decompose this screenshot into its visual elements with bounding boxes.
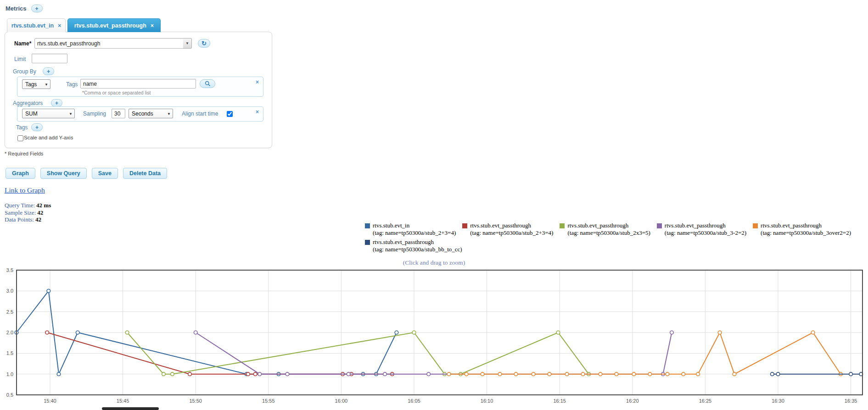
- save-button[interactable]: Save: [92, 168, 118, 179]
- x-axis-tick-label: 16:25: [699, 398, 712, 404]
- query-time-label: Query Time:: [5, 202, 35, 209]
- data-point-marker: [849, 372, 853, 376]
- refresh-icon: ↻: [202, 40, 207, 47]
- legend-swatch: [365, 223, 370, 228]
- y-axis-tick-label: 0.5: [6, 392, 13, 398]
- data-point-marker: [412, 331, 416, 334]
- aggregator-function-select[interactable]: SUM ▼: [22, 109, 75, 118]
- data-point-marker: [246, 372, 250, 376]
- tab-evt-passthrough[interactable]: rtvs.stub.evt_passthrough ×: [67, 18, 161, 32]
- required-fields-note: * Required Fields: [5, 151, 43, 156]
- y-axis-tick-label: 2.0: [6, 330, 13, 335]
- data-point-marker: [395, 331, 398, 334]
- metric-form-panel: Name* ▼ ↻ Limit Group By + Tags ▼ Tags: [5, 32, 272, 148]
- query-stats: Query Time:42 ms Sample Size:42 Data Poi…: [5, 202, 51, 223]
- data-point-marker: [383, 372, 387, 376]
- limit-input[interactable]: [32, 54, 67, 63]
- link-to-graph[interactable]: Link to Graph: [5, 186, 45, 194]
- group-by-tags-input[interactable]: [80, 79, 196, 89]
- plus-icon: +: [55, 100, 58, 106]
- x-axis-tick-label: 15:40: [44, 398, 56, 404]
- data-point-marker: [548, 372, 551, 376]
- graph-button[interactable]: Graph: [6, 168, 35, 179]
- x-axis-tick-label: 15:50: [189, 398, 202, 404]
- plus-icon: +: [35, 6, 39, 12]
- remove-group-by-button[interactable]: ×: [256, 79, 259, 85]
- add-metric-button[interactable]: +: [31, 5, 43, 12]
- x-axis-tick-label: 16:15: [553, 398, 566, 404]
- time-series-plot[interactable]: 0.51.01.52.02.53.03.515:4015:4515:5015:5…: [0, 266, 868, 409]
- select-value: Tags: [25, 81, 37, 88]
- horizontal-scrollbar-thumb[interactable]: [102, 407, 159, 410]
- data-point-marker: [253, 372, 257, 376]
- add-aggregator-button[interactable]: +: [51, 99, 62, 107]
- tag-search-button[interactable]: [200, 79, 215, 88]
- limit-field-label: Limit: [14, 56, 26, 62]
- data-point-marker: [776, 372, 780, 376]
- data-point-marker: [57, 372, 61, 376]
- legend-swatch: [365, 240, 370, 245]
- tab-close-icon[interactable]: ×: [58, 22, 61, 29]
- tab-label: rtvs.stub.evt_in: [11, 22, 54, 29]
- data-point-marker: [565, 372, 569, 376]
- time-series-chart[interactable]: 0.51.01.52.02.53.03.515:4015:4515:5015:5…: [0, 266, 868, 409]
- tab-close-icon[interactable]: ×: [151, 22, 154, 29]
- show-query-button[interactable]: Show Query: [40, 168, 87, 179]
- refresh-metrics-button[interactable]: ↻: [198, 39, 210, 48]
- data-point-marker: [514, 372, 518, 376]
- group-by-type-select[interactable]: Tags ▼: [22, 79, 50, 89]
- legend-item: rtvs.stub.evt_passthrough(tag: name=tp50…: [657, 222, 746, 237]
- data-point-marker: [532, 372, 535, 376]
- series-name=tp50300a/stub_bb_to_cc: [771, 372, 863, 376]
- data-point-marker: [556, 331, 560, 334]
- x-axis-tick-label: 16:35: [845, 398, 857, 404]
- group-by-section-label: Group By: [13, 68, 36, 75]
- sampling-unit-select[interactable]: Seconds ▼: [129, 109, 173, 118]
- data-point-marker: [188, 372, 192, 376]
- data-point-marker: [286, 372, 289, 376]
- metric-name-dropdown-button[interactable]: ▼: [183, 38, 192, 49]
- add-tag-button[interactable]: +: [31, 123, 43, 131]
- data-point-marker: [465, 372, 468, 376]
- x-axis-tick-label: 16:00: [335, 398, 348, 404]
- legend-metric-name: rtvs.stub.evt_passthrough: [567, 222, 628, 229]
- gridlines: [17, 270, 862, 395]
- legend-swatch: [753, 223, 758, 228]
- data-point-marker: [581, 372, 585, 376]
- tab-evt-in[interactable]: rtvs.stub.evt_in ×: [7, 18, 66, 32]
- align-start-time-checkbox[interactable]: [227, 111, 233, 117]
- x-axis-tick-label: 16:10: [481, 398, 493, 404]
- data-point-marker: [447, 372, 451, 376]
- tags-help-text: *Comma or space separated list: [82, 90, 151, 95]
- data-point-marker: [427, 372, 431, 376]
- data-points-label: Data Points:: [5, 216, 34, 223]
- y-axis-tick-label: 3.0: [6, 288, 13, 294]
- plus-icon: +: [35, 124, 39, 131]
- caret-down-icon: ▼: [45, 82, 48, 86]
- align-start-time-label: Align start time: [182, 111, 218, 117]
- data-point-marker: [682, 372, 685, 376]
- sampling-value-input[interactable]: [112, 109, 125, 118]
- data-point-marker: [258, 372, 262, 376]
- legend-metric-name: rtvs.stub.evt_passthrough: [665, 222, 726, 229]
- plus-icon: +: [47, 68, 50, 75]
- select-value: SUM: [25, 111, 38, 117]
- remove-aggregator-button[interactable]: ×: [256, 109, 259, 115]
- group-by-tags-label: Tags: [66, 81, 78, 88]
- caret-down-icon: ▼: [69, 111, 73, 116]
- add-group-by-button[interactable]: +: [43, 67, 54, 75]
- scale-y-axis-checkbox[interactable]: [17, 135, 23, 141]
- metric-name-input[interactable]: [34, 38, 184, 49]
- group-by-row: Tags ▼ Tags × *Comma or space separated …: [17, 77, 263, 97]
- name-field-label: Name*: [14, 40, 31, 47]
- tab-label: rtvs.stub.evt_passthrough: [74, 22, 146, 29]
- x-axis-tick-label: 16:20: [626, 398, 639, 404]
- legend-swatch: [560, 223, 565, 228]
- delete-data-button[interactable]: Delete Data: [123, 168, 167, 179]
- y-axis-tick-label: 2.5: [6, 309, 13, 315]
- legend-item: rtvs.stub.evt_passthrough(tag: name=tp50…: [753, 222, 851, 237]
- legend-metric-tag: (tag: name=tp50300a/stub_2+3=4): [373, 229, 456, 236]
- data-point-marker: [194, 331, 197, 334]
- metrics-section-label: Metrics: [6, 5, 27, 12]
- y-axis-tick-label: 3.5: [6, 267, 13, 273]
